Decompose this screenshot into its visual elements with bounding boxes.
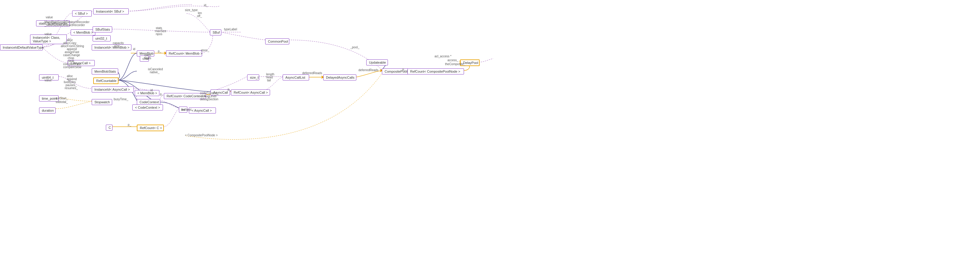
node-RefCount-CompositePoolNode: RefCount< CompositePoolNode > bbox=[407, 68, 464, 74]
node-SBuf-templ: < SBuf > bbox=[72, 11, 92, 16]
label-id-2: id bbox=[133, 48, 135, 51]
node-CommonPool: CommonPool bbox=[265, 38, 289, 44]
label-SBufSizeAtDestructRecorder: _SBufSizeAtDestructRecorder bbox=[45, 24, 85, 27]
label-Stats: Stats bbox=[144, 57, 151, 60]
label-debugSection: debugSection bbox=[200, 98, 218, 101]
node-CodeContext: CodeContext bbox=[137, 99, 160, 105]
label-theNext: theNext bbox=[181, 108, 191, 111]
label-value-1: value bbox=[46, 16, 53, 19]
node-Updateable: Updateable bbox=[366, 59, 388, 65]
label-p-5: p_ bbox=[402, 68, 406, 71]
label-CompositePoolNode-bottom: < CompositePoolNode > bbox=[185, 134, 218, 137]
node-MemBlobStats: MemBlobStats bbox=[92, 68, 118, 74]
label-theComposite: theComposite_ bbox=[445, 62, 465, 66]
node-AsyncCall-templ2: < AsyncCall > bbox=[189, 108, 216, 114]
label-deferredReads-2: deferredReads bbox=[358, 68, 378, 72]
node-AsyncCallList: AsyncCallList bbox=[283, 74, 309, 81]
label-store: store_ bbox=[201, 49, 209, 52]
edges-svg bbox=[0, 0, 980, 263]
label-pool: _pool_ bbox=[350, 46, 360, 49]
node-duration: duration bbox=[39, 108, 56, 114]
node-RefCount-C: RefCount< C > bbox=[137, 125, 164, 131]
label-typeLabel: typeLabel bbox=[224, 28, 237, 31]
node-size-t: size_t bbox=[247, 74, 259, 81]
node-Stopwatch: Stopwatch bbox=[92, 99, 112, 105]
node-RefCountable: RefCountable bbox=[93, 78, 118, 84]
label-compareSlow: compareSlow bbox=[63, 65, 81, 69]
node-C: C bbox=[106, 125, 113, 131]
label-npos: npos bbox=[156, 32, 162, 36]
node-InstanceId-AsyncCall: InstanceId< AsyncCall > bbox=[92, 87, 134, 92]
node-RefCount-CodeContext: RefCount< CodeContext > bbox=[164, 93, 206, 99]
label-off: off_ bbox=[197, 14, 202, 18]
label-size-type: size_type bbox=[185, 8, 197, 12]
label-p-1: p_ bbox=[158, 49, 161, 53]
node-MemBlob-templ2: < MemBlob > bbox=[135, 90, 159, 96]
node-InstanceIdDefaultValueType: InstanceIdDefaultValueType bbox=[0, 44, 43, 51]
node-InstanceId-SBuf: InstanceId< SBuf > bbox=[93, 8, 129, 14]
diagram-container: InstanceIdDefaultValueType static SizeRe… bbox=[0, 0, 980, 263]
label-p-3: p_ bbox=[128, 123, 131, 127]
node-CodeContext-templ: < CodeContext > bbox=[132, 105, 163, 111]
label-p-4: p_ bbox=[228, 88, 231, 91]
label-size: size bbox=[114, 44, 120, 48]
node-InstanceId-Class-ValueType: InstanceId< Class,ValueType > bbox=[30, 35, 67, 44]
label-value-2: value bbox=[45, 32, 52, 36]
node-MemBlob-templ: < MemBlob > bbox=[71, 29, 95, 35]
label-native: native_ bbox=[150, 71, 159, 74]
node-SBuf: SBuf bbox=[210, 29, 221, 35]
node-InstanceId-MemBlob: InstanceId< MemBlob > bbox=[92, 44, 131, 51]
node-RefCount-AsyncCall: RefCount< AsyncCall > bbox=[231, 89, 270, 95]
label-access: access_ bbox=[447, 59, 458, 62]
node-RefCount-MemBlob: RefCount< MemBlob > bbox=[166, 51, 202, 57]
label-id-1: id bbox=[150, 89, 153, 92]
label-busyTime: busyTime_ bbox=[114, 98, 129, 101]
label-subtotal: subtotal_ bbox=[56, 100, 68, 104]
label-id-top: id_ bbox=[204, 3, 208, 7]
label-acl-access: acl_access * bbox=[434, 55, 451, 58]
node-DelayedAsyncCalls: DelayedAsyncCalls bbox=[323, 74, 356, 81]
label-resumes: resumes_ bbox=[65, 87, 78, 90]
label-value-3: value bbox=[45, 79, 52, 82]
label-tail: tail bbox=[267, 79, 271, 82]
label-p-2: p_ bbox=[160, 92, 163, 96]
node-SBufStats: SBufStats bbox=[92, 27, 112, 32]
node-uint32-t: uint32_t bbox=[92, 35, 111, 41]
label-runStart: runStart_ bbox=[56, 97, 68, 100]
label-deferredReads-1: deferredReads bbox=[302, 71, 322, 75]
